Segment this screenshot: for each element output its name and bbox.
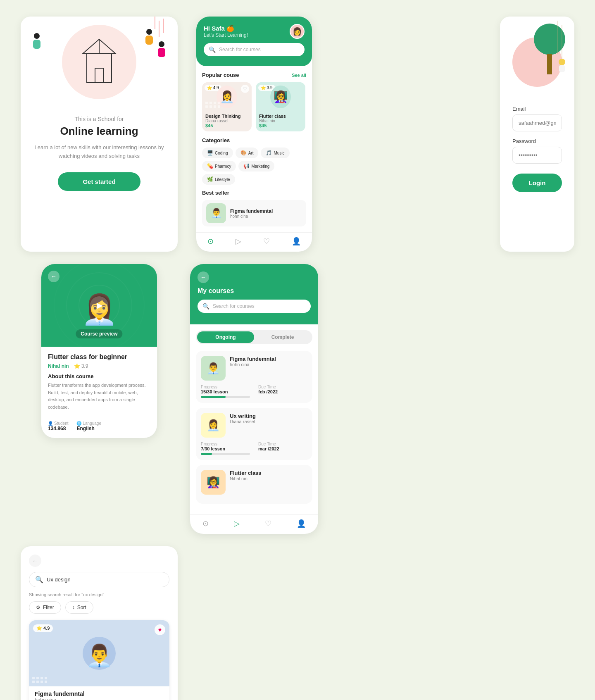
- my-search-icon: 🔍: [202, 303, 209, 310]
- category-art[interactable]: 🎨Art: [236, 148, 259, 158]
- nav-home-icon[interactable]: ⊙: [207, 237, 214, 246]
- main-app-phone: Hi Safa 🍊 Let's Start Learning! 👩 🔍 Sear…: [196, 17, 312, 252]
- progress-card-1[interactable]: 👨‍💼 Figma fundemntal hohn cina Progress …: [196, 351, 312, 403]
- cp-title-3: Flutter class: [230, 470, 307, 476]
- course-detail-body: Flutter class for beginner Nihal nin ⭐ 3…: [41, 347, 157, 438]
- figure-right: [145, 29, 153, 45]
- search-icon: 🔍: [209, 46, 216, 53]
- category-lifestyle[interactable]: 🌿Lifestyle: [202, 174, 235, 185]
- about-title: About this course: [48, 373, 150, 379]
- my-courses-bottom-nav: ⊙ ▷ ♡ 👤: [190, 514, 318, 534]
- course-stats: 👤 Student 134.868 🌐 Language English: [48, 416, 150, 431]
- onboarding-card: This is a School for Online learning Lea…: [21, 17, 178, 252]
- search-result-1[interactable]: ⭐ 4.9 ♥ 👨‍💼 Figma fundemntal hohn cina $…: [29, 620, 169, 700]
- avatar[interactable]: 👩: [290, 24, 305, 39]
- category-coding[interactable]: 🖥️Coding: [202, 148, 233, 158]
- stat-language: 🌐 Language English: [76, 421, 101, 431]
- category-marketing[interactable]: 📢Marketing: [238, 161, 274, 171]
- password-input[interactable]: [512, 147, 562, 164]
- email-input[interactable]: [512, 114, 562, 131]
- language-value: English: [76, 426, 94, 431]
- star-icon: ⭐: [74, 363, 80, 369]
- nav-heart-icon[interactable]: ♡: [263, 237, 270, 246]
- login-card: Email Password Login: [500, 17, 574, 252]
- password-label: Password: [512, 138, 562, 144]
- my-courses-phone: ← My courses 🔍 Search for courses Ongoin…: [190, 264, 318, 534]
- bestseller-thumb: 👨‍💼: [206, 203, 226, 223]
- search-icon-2: 🔍: [35, 576, 43, 583]
- see-all-link[interactable]: See all: [292, 73, 306, 78]
- cp-author-3: Nihal nin: [230, 476, 307, 481]
- main-search-bar[interactable]: 🔍 Search for courses: [204, 43, 305, 56]
- progress-card-2[interactable]: 👩‍💼 Ux writing Diana rassel Progress 7/3…: [196, 408, 312, 460]
- course-detail-phone: ← 👩‍💼 ▶ Course preview Flutter class for…: [41, 264, 157, 438]
- nav-profile-icon[interactable]: 👤: [292, 237, 301, 246]
- main-search-placeholder: Search for courses: [219, 47, 261, 52]
- tab-complete[interactable]: Complete: [254, 331, 311, 343]
- course-price-2: $45: [259, 123, 302, 128]
- svg-point-7: [534, 24, 565, 55]
- popular-course-2[interactable]: ⭐ 3.9 👩‍🏫 Flutter class Nihal nin $45: [256, 82, 305, 131]
- search-card: ← 🔍 Showing search result for "ux design…: [21, 546, 178, 700]
- email-label: Email: [512, 106, 562, 112]
- filter-button[interactable]: ⚙ Filter: [29, 601, 61, 614]
- tab-ongoing[interactable]: Ongoing: [197, 331, 254, 343]
- bestseller-card[interactable]: 👨‍💼 Figma fundemntal hohn cina: [202, 200, 306, 226]
- get-started-button[interactable]: Get started: [58, 172, 140, 191]
- about-text: Flutter transforms the app development p…: [48, 382, 150, 411]
- categories-grid: 🖥️Coding 🎨Art 🎵Music 💊Pharmcy 📢Marketing…: [202, 148, 306, 185]
- filter-row: ⚙ Filter ↕ Sort: [29, 601, 169, 614]
- language-icon: 🌐: [76, 421, 81, 426]
- filter-icon: ⚙: [36, 605, 40, 610]
- category-pharmcy[interactable]: 💊Pharmcy: [202, 161, 236, 171]
- result-fav-1[interactable]: ♥: [155, 624, 165, 635]
- nav-profile-icon-2[interactable]: 👤: [297, 519, 306, 528]
- course-detail-title: Flutter class for beginner: [48, 353, 150, 361]
- onboarding-tagline: This is a School for: [74, 116, 124, 122]
- category-music[interactable]: 🎵Music: [261, 148, 289, 158]
- nav-heart-icon-2[interactable]: ♡: [265, 519, 271, 528]
- login-form: Email Password Login: [500, 99, 574, 192]
- my-search-placeholder: Search for courses: [213, 303, 255, 309]
- greeting-sub-text: Let's Start Learning!: [204, 32, 248, 38]
- popular-course-1[interactable]: ⭐ 4.9 ♡ 👩‍💼 Design Thinking Diana ras: [202, 82, 252, 131]
- greeting-text: Hi Safa 🍊: [204, 25, 248, 32]
- progress-card-3[interactable]: 👩‍🏫 Flutter class Nihal nin: [196, 465, 312, 504]
- course-fav-1[interactable]: ♡: [241, 85, 249, 93]
- my-courses-back-button[interactable]: ←: [198, 271, 209, 283]
- nav-home-icon-2[interactable]: ⊙: [202, 519, 209, 528]
- svg-rect-12: [559, 65, 565, 72]
- cp-meta-2: Progress 7/30 lesson Due Time mar /2022: [201, 442, 307, 455]
- my-courses-search[interactable]: 🔍 Search for courses: [198, 300, 311, 313]
- course-price-1: $45: [205, 123, 248, 128]
- search-input[interactable]: [47, 576, 163, 583]
- sort-button[interactable]: ↕ Sort: [65, 601, 93, 614]
- deco-lines: [153, 17, 169, 50]
- login-button[interactable]: Login: [512, 174, 562, 192]
- my-courses-title: My courses: [198, 287, 311, 295]
- search-input-box[interactable]: 🔍: [29, 572, 169, 587]
- course-detail-column: ← 👩‍💼 ▶ Course preview Flutter class for…: [21, 264, 178, 534]
- bottom-nav: ⊙ ▷ ♡ 👤: [196, 232, 312, 252]
- cp-thumb-2: 👩‍💼: [201, 413, 226, 438]
- detail-back-button[interactable]: ←: [48, 271, 60, 282]
- svg-rect-2: [95, 68, 103, 83]
- svg-rect-8: [547, 54, 552, 74]
- result-rating-1: ⭐ 4.9: [33, 624, 53, 632]
- onboarding-desc: Learn a lot of new skills with our inter…: [21, 143, 178, 161]
- course-hero: ← 👩‍💼 ▶ Course preview: [41, 264, 157, 347]
- cp-thumb-3: 👩‍🏫: [201, 470, 226, 495]
- nav-play-icon[interactable]: ▷: [236, 237, 241, 246]
- cp-title-2: Ux writing: [230, 413, 307, 419]
- detail-author: Nihal nin: [48, 363, 69, 369]
- search-back-button[interactable]: ←: [29, 555, 41, 567]
- nav-play-icon-2[interactable]: ▷: [234, 519, 240, 528]
- student-icon: 👤: [48, 421, 53, 426]
- play-icon[interactable]: ▶: [97, 301, 103, 310]
- result-title-1: Figma fundemntal: [35, 690, 164, 697]
- svg-point-11: [559, 59, 565, 65]
- result-author-1: hohn cina: [35, 697, 164, 700]
- bestseller-course-title: Figma fundemntal: [230, 208, 273, 214]
- bestseller-title: Best seller: [202, 190, 229, 196]
- bestseller-author: hohn cina: [230, 214, 273, 219]
